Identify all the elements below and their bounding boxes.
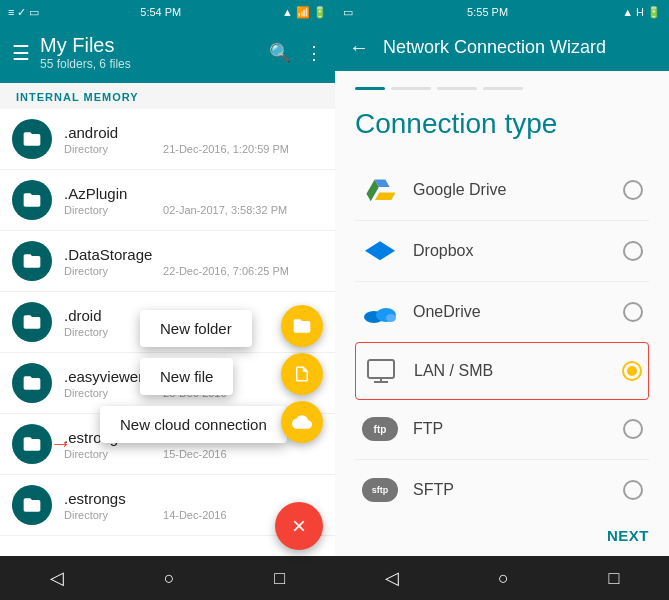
avatar xyxy=(12,485,52,525)
signal-icon-right: H xyxy=(636,6,644,18)
list-item[interactable]: .android Directory 21-Dec-2016, 1:20:59 … xyxy=(0,109,335,170)
avatar xyxy=(12,119,52,159)
sftp-radio[interactable] xyxy=(623,480,643,500)
list-item[interactable]: .AzPlugin Directory 02-Jan-2017, 3:58:32… xyxy=(0,170,335,231)
fab-folder-button[interactable] xyxy=(281,305,323,347)
check-icon: ✓ xyxy=(17,6,26,19)
file-meta: Directory 02-Jan-2017, 3:58:32 PM xyxy=(64,204,323,216)
status-bar-left: ≡ ✓ ▭ 5:54 PM ▲ 📶 🔋 xyxy=(0,0,335,24)
option-lan-smb[interactable]: LAN / SMB xyxy=(355,342,649,400)
dot-1 xyxy=(355,87,385,90)
recents-nav-icon[interactable]: □ xyxy=(274,568,285,589)
svg-point-2 xyxy=(386,314,396,322)
wizard-title: Network Connection Wizard xyxy=(383,37,606,58)
fab-cloud-button[interactable] xyxy=(281,401,323,443)
file-name: .DataStorage xyxy=(64,246,323,263)
more-icon[interactable]: ⋮ xyxy=(305,42,323,64)
google-drive-label: Google Drive xyxy=(413,181,623,199)
google-drive-radio[interactable] xyxy=(623,180,643,200)
search-icon[interactable]: 🔍 xyxy=(269,42,291,64)
time-left: 5:54 PM xyxy=(140,6,181,18)
signal-icon: 📶 xyxy=(296,6,310,19)
battery-icon-right: 🔋 xyxy=(647,6,661,19)
battery-icon: 🔋 xyxy=(313,6,327,19)
cast-icon: ▭ xyxy=(29,6,39,19)
onedrive-icon xyxy=(361,293,399,331)
home-nav-icon-right[interactable]: ○ xyxy=(498,568,509,589)
option-dropbox[interactable]: Dropbox xyxy=(355,221,649,282)
status-right-icons: ▲ 📶 🔋 xyxy=(282,6,327,19)
back-nav-icon-right[interactable]: ◁ xyxy=(385,567,399,589)
cast-icon-right: ▭ xyxy=(343,6,353,19)
file-name: .android xyxy=(64,124,323,141)
onedrive-label: OneDrive xyxy=(413,303,623,321)
wizard-footer: Next xyxy=(335,519,669,556)
wizard-content: Connection type Google Drive Dropbox One… xyxy=(335,71,669,519)
option-ftp[interactable]: ftp FTP xyxy=(355,399,649,460)
left-panel: ≡ ✓ ▭ 5:54 PM ▲ 📶 🔋 ☰ My Files 55 folder… xyxy=(0,0,335,600)
internal-memory-label: INTERNAL MEMORY xyxy=(0,83,335,109)
fab-main-button[interactable]: × xyxy=(275,502,323,550)
progress-dots xyxy=(355,87,649,90)
lan-icon xyxy=(362,352,400,390)
google-drive-icon xyxy=(361,171,399,209)
fab-file-button[interactable] xyxy=(281,353,323,395)
dot-3 xyxy=(437,87,477,90)
menu-icon: ≡ xyxy=(8,6,14,18)
ftp-radio[interactable] xyxy=(623,419,643,439)
arrow-indicator: → xyxy=(50,431,72,457)
svg-rect-3 xyxy=(368,360,394,378)
hamburger-icon[interactable]: ☰ xyxy=(12,41,30,65)
ftp-icon: ftp xyxy=(361,410,399,448)
dropbox-label: Dropbox xyxy=(413,242,623,260)
next-button[interactable]: Next xyxy=(607,527,649,544)
nav-bar-right: ◁ ○ □ xyxy=(335,556,669,600)
nav-bar-left: ◁ ○ □ xyxy=(0,556,335,600)
dot-2 xyxy=(391,87,431,90)
wifi-icon: ▲ xyxy=(282,6,293,18)
list-item[interactable]: .DataStorage Directory 22-Dec-2016, 7:06… xyxy=(0,231,335,292)
new-file-popup[interactable]: New file xyxy=(140,358,233,395)
dropbox-radio[interactable] xyxy=(623,241,643,261)
option-sftp[interactable]: sftp SFTP xyxy=(355,460,649,519)
section-title: Connection type xyxy=(355,108,649,140)
lan-smb-label: LAN / SMB xyxy=(414,362,622,380)
recents-nav-icon-right[interactable]: □ xyxy=(608,568,619,589)
my-files-title: My Files xyxy=(40,34,131,57)
status-icons-left: ≡ ✓ ▭ xyxy=(8,6,39,19)
file-name: .estrongs xyxy=(64,490,323,507)
avatar xyxy=(12,363,52,403)
radio-inner xyxy=(627,366,637,376)
status-bar-right: ▭ 5:55 PM ▲ H 🔋 xyxy=(335,0,669,24)
lan-smb-radio[interactable] xyxy=(622,361,642,381)
wifi-icon-right: ▲ xyxy=(622,6,633,18)
new-cloud-popup[interactable]: New cloud connection xyxy=(100,406,287,443)
back-nav-icon[interactable]: ◁ xyxy=(50,567,64,589)
right-panel: ▭ 5:55 PM ▲ H 🔋 ← Network Connection Wiz… xyxy=(335,0,669,600)
avatar xyxy=(12,180,52,220)
files-subtitle: 55 folders, 6 files xyxy=(40,57,131,71)
ftp-label: FTP xyxy=(413,420,623,438)
header-left: ☰ My Files 55 folders, 6 files 🔍 ⋮ xyxy=(0,24,335,83)
sftp-icon: sftp xyxy=(361,471,399,509)
new-folder-popup[interactable]: New folder xyxy=(140,310,252,347)
file-name: .AzPlugin xyxy=(64,185,323,202)
dropbox-icon xyxy=(361,232,399,270)
avatar xyxy=(12,302,52,342)
option-onedrive[interactable]: OneDrive xyxy=(355,282,649,343)
file-meta: Directory 21-Dec-2016, 1:20:59 PM xyxy=(64,143,323,155)
back-button[interactable]: ← xyxy=(349,36,369,59)
avatar xyxy=(12,424,52,464)
file-meta: Directory 15-Dec-2016 xyxy=(64,448,323,460)
onedrive-radio[interactable] xyxy=(623,302,643,322)
sftp-label: SFTP xyxy=(413,481,623,499)
dot-4 xyxy=(483,87,523,90)
time-right: 5:55 PM xyxy=(467,6,508,18)
avatar xyxy=(12,241,52,281)
option-google-drive[interactable]: Google Drive xyxy=(355,160,649,221)
header-right: ← Network Connection Wizard xyxy=(335,24,669,71)
file-meta: Directory 22-Dec-2016, 7:06:25 PM xyxy=(64,265,323,277)
home-nav-icon[interactable]: ○ xyxy=(164,568,175,589)
